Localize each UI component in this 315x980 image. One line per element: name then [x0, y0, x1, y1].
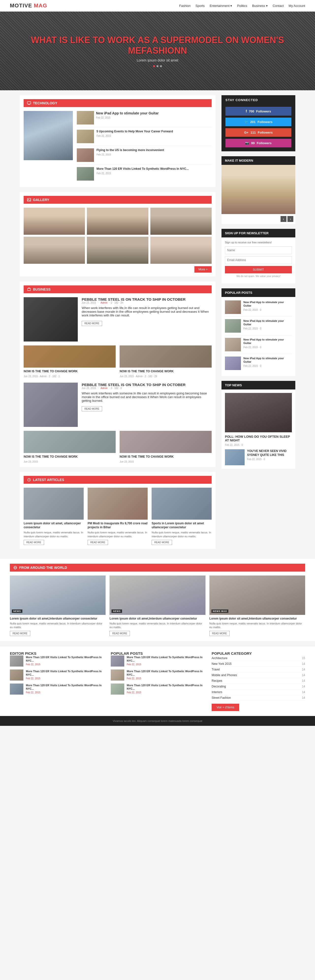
latest-articles-grid: Lorem ipsum dolor sit amet, ullamcorper … [24, 488, 212, 545]
business-grid-img-2 [119, 345, 212, 368]
footer-popular-post-2-text: More Than 120 ER Visits Linked To Synthe… [127, 670, 204, 680]
footer-popular-post-3-text: More Than 120 ER Visits Linked To Synthe… [127, 684, 204, 694]
popular-post-1: New iPad App to stimulate your Guitar Fe… [225, 301, 292, 317]
world-item-3: NEWS MAX Lorem ipsum dolor sit amet,Inte… [209, 576, 305, 636]
latest-articles-header: LATEST ARTICLES [24, 476, 212, 484]
nav-contact[interactable]: Contact [273, 4, 284, 8]
from-around-world-header: FROM AROUND THE WORLD [10, 564, 305, 571]
technology-header: TECHNOLOGY [24, 99, 212, 107]
business-main-text-2: PEBBLE TIME STEEL IS ON TRACK TO SHIP IN… [82, 383, 212, 427]
editor-pick-2-text: More Than 120 ER Visits Linked To Synthe… [26, 670, 103, 680]
newsletter-name-input[interactable] [225, 246, 292, 254]
instagram-follow-button[interactable]: 📷 99 Followers [226, 139, 291, 147]
hero-content: WHAT IS LIKE TO WORK AS A SUPERMODEL ON … [31, 35, 284, 67]
gallery-header: GALLERY [24, 196, 212, 204]
business-read-more-2[interactable]: READ MORE [82, 406, 102, 411]
stay-connected-header: STAY CONNECTED [221, 95, 295, 105]
hero-dot-1[interactable] [153, 65, 155, 67]
cat-mobile: Mobile and Phones 14 [212, 673, 305, 678]
latest-read-more-1[interactable]: READ MORE [24, 540, 44, 545]
world-read-more-3[interactable]: READ MORE [209, 631, 230, 636]
top-news-main-meta: Feb 22, 2015 · 0 [225, 444, 292, 446]
technology-icon [27, 101, 31, 105]
top-news-secondary-text: YOU'VE NEVER SEEN VIVID SYDNEY QUITE LIK… [247, 449, 292, 465]
business-header: BUSINESS [24, 285, 212, 293]
svg-rect-4 [27, 288, 30, 291]
top-news-secondary-img [225, 449, 245, 465]
newsletter-submit-button[interactable]: SUBMIT [225, 266, 292, 274]
google-follow-button[interactable]: G+ 111 Followers [226, 128, 291, 137]
business-grid-item-2: NOW IS THE TIME TO CHANGE WORK Jun 23, 2… [119, 345, 212, 378]
footer-popular-post-3: More Than 120 ER Visits Linked To Synthe… [111, 684, 204, 695]
footer-popular-posts-column: POPULAR POSTS More Than 120 ER Visits Li… [111, 651, 204, 711]
latest-read-more-2[interactable]: READ MORE [88, 540, 108, 545]
facebook-follow-button[interactable]: f 700 Followers [226, 107, 291, 116]
hero-section: WHAT IS LIKE TO WORK AS A SUPERMODEL ON … [0, 11, 315, 90]
newsletter-widget: SIGN UP FOR NEWSLETTER Sign up to receiv… [221, 229, 295, 283]
nav-business[interactable]: Business ▾ [252, 4, 268, 8]
gallery-grid [24, 208, 212, 264]
gallery-more-button[interactable]: More + [194, 266, 212, 273]
make-modern-prev[interactable]: ‹ [280, 216, 286, 222]
twitter-follow-button[interactable]: 🐦 201 Followers [226, 118, 291, 126]
stay-connected-widget: STAY CONNECTED f 700 Followers 🐦 201 Fol… [221, 95, 295, 151]
world-badge-3: NEWS MAX [212, 609, 229, 613]
sidebar: STAY CONNECTED f 700 Followers 🐦 201 Fol… [221, 95, 295, 554]
editor-pick-1: More Than 120 ER Visits Linked To Synthe… [10, 655, 103, 667]
tech-article-1: 5 Upcoming Events to Help Move Your Care… [77, 130, 212, 146]
world-read-more-2[interactable]: READ MORE [110, 631, 130, 636]
business-grid-item-4: NOW IS THE TIME TO CHANGE WORK Jun 23, 2… [119, 431, 212, 463]
editor-pick-1-img [10, 655, 23, 667]
bottom-footer: Vivamus iaculis leo. Aliquam consequat l… [0, 716, 315, 726]
world-item-2-img: NEWS [110, 576, 205, 615]
svg-point-3 [28, 199, 29, 200]
nav-sports[interactable]: Sports [196, 4, 205, 8]
newsletter-email-input[interactable] [225, 256, 292, 264]
latest-read-more-3[interactable]: READ MORE [151, 540, 172, 545]
site-logo: MOTIVE MAG [10, 2, 47, 9]
editor-pick-3: More Than 120 ER Visits Linked To Synthe… [10, 684, 103, 695]
popular-category-more-button[interactable]: Voir + d'items [212, 704, 239, 711]
latest-item-1: Lorem ipsum dolor sit amet, ullamcorper … [24, 488, 84, 545]
main-nav: Fashion Sports Entertainment ▾ Politics … [179, 4, 305, 8]
world-grid: NEWS Lorem ipsum dolor sit amet,Interdum… [10, 576, 305, 636]
top-news-widget: TOP NEWS POLL: HOW LONG DO YOU OFTEN SLE… [221, 381, 295, 469]
popular-post-3: New iPad App to stimulate your Guitar Fe… [225, 338, 292, 354]
business-grid-2: NOW IS THE TIME TO CHANGE WORK Jun 23, 2… [24, 431, 212, 463]
hero-dot-3[interactable] [160, 65, 162, 67]
popular-post-1-img [225, 301, 241, 314]
business-main-text: PEBBLE TIME STEEL IS ON TRACK TO SHIP IN… [82, 297, 212, 342]
cat-recipes: Recipes 14 [212, 678, 305, 684]
world-badge-2: NEWS [111, 609, 122, 613]
technology-section: TECHNOLOGY New iPad App to stimulate you… [20, 95, 216, 187]
popular-post-3-img [225, 338, 241, 352]
nav-myaccount[interactable]: My Account [289, 4, 305, 8]
business-grid-img-1 [24, 345, 116, 368]
editor-pick-2: More Than 120 ER Visits Linked To Synthe… [10, 670, 103, 681]
tech-main-text: New iPad App to stimulate your Guitar Fe… [96, 111, 159, 119]
technology-main-image [24, 111, 73, 160]
latest-item-2-img [88, 488, 148, 520]
site-header: MOTIVE MAG Fashion Sports Entertainment … [0, 0, 315, 11]
top-news-main-img [225, 393, 292, 432]
nav-fashion[interactable]: Fashion [179, 4, 191, 8]
nav-politics[interactable]: Politics [237, 4, 247, 8]
from-around-world-section: FROM AROUND THE WORLD NEWS Lorem ipsum d… [0, 559, 315, 641]
make-modern-next[interactable]: › [288, 216, 293, 222]
popular-post-4-text: New iPad App to stimulate your Guitar Fe… [243, 356, 292, 368]
latest-item-3: Sports in Lorem ipsum dolor sit amet ull… [151, 488, 212, 545]
world-read-more-1[interactable]: READ MORE [10, 631, 30, 636]
hero-dot-2[interactable] [156, 65, 159, 67]
business-read-more-1[interactable]: READ MORE [82, 321, 102, 326]
tech-article-2-img [77, 148, 94, 162]
editor-pick-1-text: More Than 120 ER Visits Linked To Synthe… [26, 655, 103, 666]
hero-headline: WHAT IS LIKE TO WORK AS A SUPERMODEL ON … [31, 35, 284, 56]
popular-post-4-img [225, 356, 241, 370]
business-icon [27, 287, 31, 291]
footer-popular-post-1-text: More Than 120 ER Visits Linked To Synthe… [127, 655, 204, 666]
business-grid-img-4 [119, 431, 212, 453]
technology-articles: New iPad App to stimulate your Guitar Fe… [77, 111, 212, 183]
gallery-item-1 [24, 208, 85, 235]
google-icon: G+ [244, 130, 248, 134]
nav-entertainment[interactable]: Entertainment ▾ [210, 4, 232, 8]
